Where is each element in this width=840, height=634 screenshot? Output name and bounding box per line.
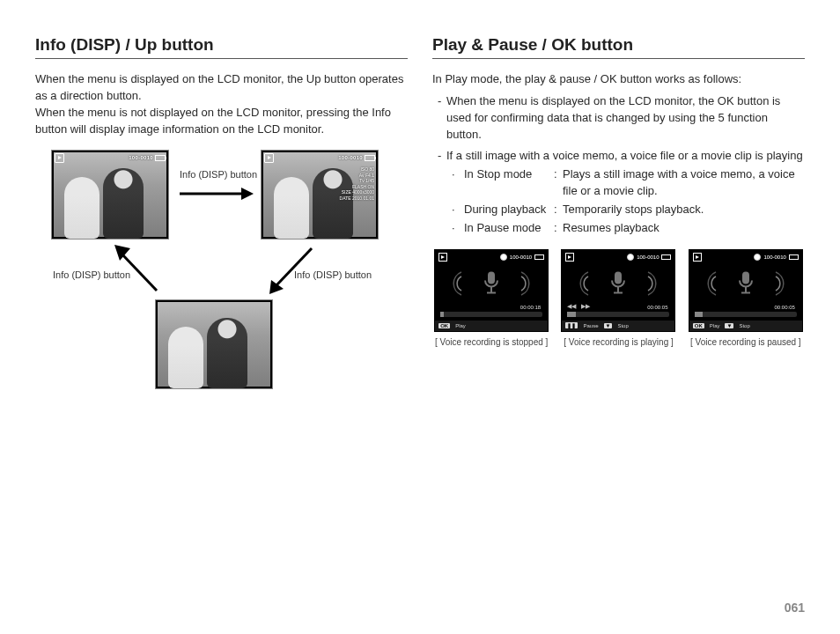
record-icon (754, 254, 761, 261)
svg-marker-5 (114, 245, 130, 261)
play-mode-icon (264, 153, 274, 163)
mode-row: ·During playback:Temporarily stops playb… (452, 202, 805, 218)
footer-label: Stop (617, 323, 628, 328)
battery-icon (155, 155, 166, 161)
battery-icon (789, 254, 799, 260)
footer-label: Pause (583, 323, 598, 328)
mode-key: In Stop mode (464, 166, 554, 200)
footer-label: Play (455, 323, 466, 328)
sound-wave-icon (645, 270, 660, 297)
footer-button: OK (693, 323, 704, 328)
file-counter: 100-0010 (763, 254, 785, 260)
right-body: In Play mode, the play & pause / OK butt… (432, 71, 805, 237)
mode-val: Plays a still image with a voice memo, a… (563, 166, 805, 200)
right-column: Play & Pause / OK button In Play mode, t… (432, 35, 805, 414)
screen-caption: [ Voice recording is paused ] (690, 337, 801, 347)
microphone-icon (482, 270, 501, 298)
lcd-mock: 100-001000:00:05◀◀▶▶❚❚Pause▼Stop (561, 249, 675, 332)
bullet-text: When the menu is displayed on the LCD mo… (446, 93, 805, 144)
battery-icon (365, 155, 375, 161)
file-counter: 100-0010 (129, 155, 153, 160)
footer-label: Stop (739, 323, 749, 328)
manual-page: Info (DISP) / Up button When the menu is… (0, 0, 840, 634)
footer-button: ❚❚ (565, 322, 578, 328)
right-heading: Play & Pause / OK button (432, 35, 805, 59)
arrow-label: Info (DISP) button (53, 269, 130, 280)
screen-caption: [ Voice recording is stopped ] (435, 337, 548, 347)
record-icon (627, 254, 634, 261)
mode-key: In Pause mode (464, 220, 554, 237)
microphone-icon (736, 270, 755, 298)
playback-screen: 100-001000:00:05◀◀▶▶❚❚Pause▼Stop[ Voice … (559, 249, 677, 347)
lcd-state-clean (155, 299, 273, 389)
play-mode-icon (438, 253, 447, 262)
left-heading: Info (DISP) / Up button (35, 35, 408, 59)
rewind-icon: ◀◀ (567, 303, 576, 310)
play-mode-icon (693, 253, 702, 262)
sound-wave-icon (518, 270, 534, 297)
sound-wave-icon (772, 270, 788, 297)
file-counter: 100-0010 (637, 254, 659, 260)
svg-marker-1 (241, 188, 254, 200)
footer-label: Play (710, 323, 720, 328)
playback-screen: 100-001000:00:18OKPlay[ Voice recording … (432, 249, 550, 347)
elapsed-time: 00:00:05 (647, 305, 667, 310)
footer-button: ▼ (725, 323, 733, 328)
svg-rect-6 (488, 272, 495, 284)
page-number: 061 (785, 601, 805, 615)
elapsed-time: 00:00:18 (520, 305, 541, 310)
info-cycle-diagram: 100-0010 100-0010 ISO 80 Av F4.1 Tv 1/45… (35, 150, 408, 414)
bullet-text: If a still image with a voice memo, a vo… (446, 148, 803, 165)
lcd-mock: 100-001000:00:18OKPlay (434, 249, 549, 332)
mode-val: Resumes playback (563, 220, 805, 237)
progress-bar (440, 312, 542, 317)
footer-button: ▼ (604, 323, 613, 328)
svg-marker-3 (269, 280, 284, 294)
file-counter: 100-0010 (338, 155, 363, 160)
mode-row: ·In Stop mode:Plays a still image with a… (452, 166, 805, 200)
arrow-label: Info (DISP) button (294, 269, 372, 280)
mode-val: Temporarily stops playback. (563, 202, 805, 218)
progress-bar (695, 312, 797, 317)
sound-wave-icon (576, 270, 592, 297)
left-column: Info (DISP) / Up button When the menu is… (35, 35, 408, 414)
lcd-state-full-info: 100-0010 ISO 80 Av F4.1 Tv 1/45 FLASH ON… (261, 150, 379, 240)
lcd-mock: 100-001000:00:05OKPlay▼Stop (689, 249, 803, 332)
forward-icon: ▶▶ (581, 303, 590, 310)
sound-wave-icon (449, 270, 465, 297)
play-mode-icon (55, 153, 64, 163)
bullet-item: -When the menu is displayed on the LCD m… (438, 93, 805, 144)
lcd-footer: OKPlay▼Stop (689, 321, 802, 331)
lcd-state-basic: 100-0010 (51, 150, 169, 240)
sound-wave-icon (704, 270, 719, 297)
bullet-item: -If a still image with a voice memo, a v… (438, 148, 805, 165)
playback-screen: 100-001000:00:05OKPlay▼Stop[ Voice recor… (687, 249, 805, 347)
screen-caption: [ Voice recording is playing ] (564, 337, 674, 347)
file-counter: 100-0010 (510, 254, 532, 260)
battery-icon (661, 254, 671, 260)
arrow-label: Info (DISP) button (180, 169, 257, 180)
mode-row: ·In Pause mode:Resumes playback (452, 220, 805, 237)
record-icon (500, 254, 507, 261)
arrow-right-icon (176, 185, 254, 203)
intro-line: In Play mode, the play & pause / OK butt… (432, 71, 805, 88)
exif-overlay: ISO 80 Av F4.1 Tv 1/45 FLASH ON SIZE 400… (340, 166, 374, 201)
battery-icon (534, 254, 544, 260)
playback-screens: 100-001000:00:18OKPlay[ Voice recording … (432, 249, 805, 347)
lcd-footer: ❚❚Pause▼Stop (562, 321, 674, 331)
microphone-icon (608, 270, 628, 298)
elapsed-time: 00:00:05 (774, 305, 794, 310)
footer-button: OK (438, 323, 450, 328)
svg-rect-9 (615, 272, 622, 284)
lcd-footer: OKPlay (435, 321, 548, 331)
progress-bar (567, 312, 669, 317)
play-mode-icon (565, 253, 574, 262)
mode-key: During playback (464, 202, 554, 218)
left-paragraph: When the menu is displayed on the LCD mo… (35, 71, 408, 137)
svg-rect-12 (742, 272, 749, 284)
